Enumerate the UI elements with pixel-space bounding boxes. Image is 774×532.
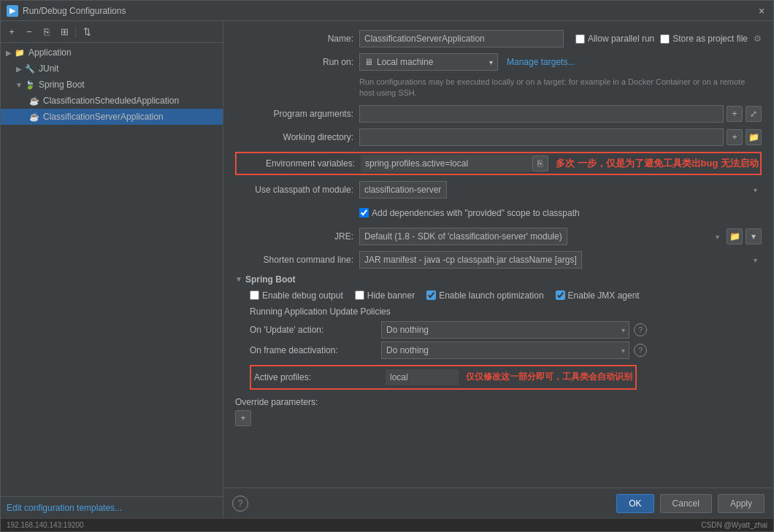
shorten-cmd-row: Shorten command line: JAR manifest - jav… xyxy=(235,251,762,269)
env-vars-label: Environment variables: xyxy=(238,158,361,169)
jre-controls: 📁 ▾ xyxy=(727,228,762,244)
enable-jmx-checkbox[interactable] xyxy=(556,290,565,300)
working-dir-label: Working directory: xyxy=(235,132,359,142)
sort-config-button[interactable]: ⇅ xyxy=(79,24,95,40)
spring-boot-title: Spring Boot xyxy=(245,274,296,285)
update-action-row: On 'Update' action: Do nothing Update re… xyxy=(250,321,762,339)
update-action-help-icon[interactable]: ? xyxy=(634,323,647,336)
settings-icon: ⚙ xyxy=(754,34,762,44)
program-args-expand-btn[interactable]: ⤢ xyxy=(746,106,762,122)
folder-icon-application: 📁 xyxy=(14,47,26,58)
shorten-cmd-select-wrapper: JAR manifest - java -cp classpath.jar cl… xyxy=(359,251,762,269)
tree-item-junit[interactable]: ▶ 🔧 JUnit xyxy=(1,61,223,77)
hide-banner-checkbox[interactable] xyxy=(355,290,364,300)
program-args-add-btn[interactable]: + xyxy=(727,106,743,122)
jre-select-wrapper: Default (1.8 - SDK of 'classification-se… xyxy=(359,228,724,245)
policy-title: Running Application Update Policies xyxy=(250,307,762,317)
tree-arrow-springboot: ▼ xyxy=(14,80,24,90)
add-deps-checkbox[interactable] xyxy=(359,208,369,217)
tree-label-scheduled: ClassificationScheduledApplication xyxy=(43,96,179,106)
add-deps-label: Add dependencies with "provided" scope t… xyxy=(372,208,580,218)
bottom-bar: ? OK Cancel Apply xyxy=(223,487,773,518)
jre-browse-btn[interactable]: 📁 xyxy=(727,228,743,244)
run-debug-dialog: ▶ Run/Debug Configurations × + − ⎘ ⊞ ⇅ ▶… xyxy=(0,0,774,532)
dialog-icon: ▶ xyxy=(7,5,18,17)
working-dir-input[interactable] xyxy=(359,128,724,146)
tree-item-scheduled[interactable]: ☕ ClassificationScheduledApplication xyxy=(1,93,223,109)
manage-targets-link[interactable]: Manage targets... xyxy=(507,57,575,67)
store-project-checkbox[interactable] xyxy=(660,34,670,44)
enable-debug-row: Enable debug output xyxy=(250,290,343,301)
shorten-cmd-select[interactable]: JAR manifest - java -cp classpath.jar cl… xyxy=(359,251,582,269)
springboot-icon: 🍃 xyxy=(24,79,36,90)
working-dir-browse-btn[interactable]: 📁 xyxy=(746,129,762,145)
jre-dropdown-btn[interactable]: ▾ xyxy=(746,228,762,244)
name-label: Name: xyxy=(235,34,359,44)
name-controls: Allow parallel run Store as project file… xyxy=(567,34,762,44)
move-config-button[interactable]: ⊞ xyxy=(56,24,72,40)
env-vars-input[interactable] xyxy=(361,155,532,172)
left-panel: + − ⎘ ⊞ ⇅ ▶ 📁 Application ▶ 🔧 JUnit xyxy=(1,21,223,518)
working-dir-add-btn[interactable]: + xyxy=(727,129,743,145)
cancel-button[interactable]: Cancel xyxy=(660,494,712,513)
policy-section: Running Application Update Policies On '… xyxy=(250,307,762,359)
edit-templates-link[interactable]: Edit configuration templates... xyxy=(7,503,122,513)
right-panel: Name: Allow parallel run Store as projec… xyxy=(223,21,773,518)
run-on-select[interactable]: 🖥 Local machine ▾ xyxy=(359,53,498,71)
jre-label: JRE: xyxy=(235,231,359,242)
classpath-select-wrapper: classification-server xyxy=(359,181,762,198)
frame-deactivation-select-wrapper: Do nothing Update resources Update class… xyxy=(381,342,629,359)
status-bar: 192.168.140.143:19200 CSDN @Wyatt_zhai xyxy=(1,518,773,531)
spring-boot-toggle[interactable]: ▼ xyxy=(235,275,242,283)
ok-button[interactable]: OK xyxy=(616,494,654,513)
frame-deactivation-row: On frame deactivation: Do nothing Update… xyxy=(250,342,762,359)
add-config-button[interactable]: + xyxy=(4,24,20,40)
tree-label-springboot: Spring Boot xyxy=(39,80,85,90)
env-vars-copy-btn[interactable]: ⎘ xyxy=(532,155,548,171)
frame-deactivation-help-icon[interactable]: ? xyxy=(634,344,647,357)
enable-debug-label: Enable debug output xyxy=(262,290,343,301)
class-icon-server: ☕ xyxy=(28,111,40,123)
enable-launch-checkbox[interactable] xyxy=(426,290,436,300)
store-project-checkbox-row: Store as project file xyxy=(660,34,748,44)
remove-config-button[interactable]: − xyxy=(21,24,37,40)
enable-debug-checkbox[interactable] xyxy=(250,290,259,300)
add-deps-checkbox-row: Add dependencies with "provided" scope t… xyxy=(359,208,580,218)
run-on-row: Run on: 🖥 Local machine ▾ Manage targets… xyxy=(235,53,762,71)
dialog-title: Run/Debug Configurations xyxy=(23,6,756,16)
spring-boot-section-header: ▼ Spring Boot xyxy=(235,274,762,285)
info-text: Run configurations may be executed local… xyxy=(359,77,762,99)
tree-item-springboot[interactable]: ▼ 🍃 Spring Boot xyxy=(1,77,223,93)
classpath-select[interactable]: classification-server xyxy=(359,181,447,198)
run-on-dropdown-arrow: ▾ xyxy=(489,58,493,66)
left-footer: Edit configuration templates... xyxy=(1,496,223,518)
active-profiles-input[interactable] xyxy=(386,369,459,385)
allow-parallel-checkbox[interactable] xyxy=(575,34,585,44)
name-input[interactable] xyxy=(359,30,564,47)
tree-label-server: ClassificationServerApplication xyxy=(43,112,164,122)
help-button[interactable]: ? xyxy=(232,496,248,512)
tree-item-server[interactable]: ☕ ClassificationServerApplication xyxy=(1,109,223,125)
shorten-cmd-label: Shorten command line: xyxy=(235,255,359,265)
update-action-select[interactable]: Do nothing Update resources Update class… xyxy=(381,321,629,339)
allow-parallel-label: Allow parallel run xyxy=(588,34,654,44)
working-dir-row: Working directory: + 📁 xyxy=(235,128,762,146)
tree-label-application: Application xyxy=(28,47,72,58)
tree-item-application[interactable]: ▶ 📁 Application xyxy=(1,45,223,61)
program-args-input[interactable] xyxy=(359,105,724,123)
override-params-toolbar: + xyxy=(235,410,762,426)
apply-button[interactable]: Apply xyxy=(718,494,765,513)
jre-select[interactable]: Default (1.8 - SDK of 'classification-se… xyxy=(359,228,567,245)
left-toolbar: + − ⎘ ⊞ ⇅ xyxy=(1,21,223,43)
copy-config-button[interactable]: ⎘ xyxy=(39,24,55,40)
run-on-label: Run on: xyxy=(235,57,359,67)
hide-banner-label: Hide banner xyxy=(367,290,415,301)
frame-deactivation-select[interactable]: Do nothing Update resources Update class… xyxy=(381,342,629,359)
close-button[interactable]: × xyxy=(756,5,767,17)
allow-parallel-checkbox-row: Allow parallel run xyxy=(575,34,654,44)
program-args-label: Program arguments: xyxy=(235,109,359,119)
name-row: Name: Allow parallel run Store as projec… xyxy=(235,30,762,47)
toolbar-divider xyxy=(75,26,76,38)
active-profiles-label: Active profiles: xyxy=(254,372,386,382)
override-params-add-btn[interactable]: + xyxy=(235,410,251,426)
